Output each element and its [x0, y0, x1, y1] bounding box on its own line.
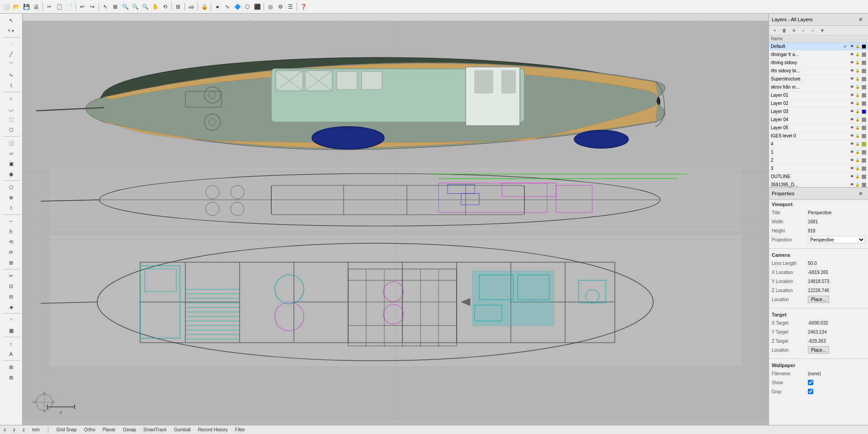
layer-lock-icon[interactable]: 🔓 — [855, 158, 860, 163]
status-gumball[interactable]: Gumball — [174, 427, 190, 432]
layer-eye-icon[interactable]: 👁 — [849, 60, 855, 66]
layer-color-swatch[interactable] — [862, 109, 866, 114]
tool-rotate[interactable]: ⟲ — [3, 237, 20, 247]
top-toolbar[interactable]: ⬜ 📂 💾 🖨 ✂ 📋 📄 ↩ ↪ ↖ ⊠ 🔍 🔍 🔍 ✋ ⟲ ⊞ 🏎 🔒 ● … — [0, 0, 868, 14]
tool-split[interactable]: ⊡ — [3, 281, 20, 291]
toolbar-undo[interactable]: ↩ — [78, 2, 87, 11]
toolbar-open[interactable]: 📂 — [12, 2, 21, 11]
toolbar-lock[interactable]: 🔒 — [200, 2, 209, 11]
layer-lock-icon[interactable]: 🔓 — [855, 109, 860, 114]
layer-eye-icon[interactable]: 👁 — [849, 142, 855, 147]
toolbar-render[interactable]: 🏎 — [187, 2, 196, 11]
status-filter[interactable]: Filter — [235, 427, 245, 432]
tool-scale[interactable]: ⟳ — [3, 247, 20, 257]
tool-move[interactable]: ↔ — [3, 216, 20, 226]
toolbar-save[interactable]: 💾 — [22, 2, 31, 11]
status-gridsnap[interactable]: Grid Snap — [57, 427, 77, 432]
layer-row[interactable]: Superstructure👁🔓 — [769, 75, 868, 83]
layer-row[interactable]: 1👁🔓 — [769, 148, 868, 156]
toolbar-osnap[interactable]: ◎ — [266, 2, 275, 11]
layer-row[interactable]: 3591395_D...👁🔓 — [769, 181, 868, 187]
layer-lock-icon[interactable]: 🔓 — [855, 68, 860, 74]
toolbar-viewport-layout[interactable]: ⊞ — [174, 2, 183, 11]
layers-next-btn[interactable]: › — [809, 27, 817, 34]
layer-lock-icon[interactable]: 🔓 — [855, 166, 860, 171]
layer-color-swatch[interactable] — [862, 93, 866, 98]
layer-row[interactable]: skrov från m...👁🔓 — [769, 83, 868, 91]
layer-eye-icon[interactable]: 👁 — [849, 52, 855, 57]
layer-eye-icon[interactable]: 👁 — [849, 68, 855, 74]
toolbar-layer[interactable]: ☰ — [286, 2, 295, 11]
layer-eye-icon[interactable]: 👁 — [849, 158, 855, 163]
layer-row[interactable]: 2👁🔓 — [769, 156, 868, 165]
layer-color-swatch[interactable] — [862, 126, 866, 130]
tool-mirror[interactable]: ⊞ — [3, 258, 20, 268]
tool-dimension[interactable]: ↕ — [3, 339, 20, 349]
layers-filter-btn[interactable]: ▼ — [818, 27, 826, 34]
tool-named-view[interactable]: ⊞ — [3, 362, 20, 372]
tool-select-objects[interactable]: ↖ — [3, 15, 20, 25]
prop-show-checkbox[interactable] — [808, 380, 813, 385]
tool-arc[interactable]: ◡ — [3, 104, 20, 114]
layers-toolbar[interactable]: + 🗑 ✕ ‹ › ▼ — [769, 26, 868, 35]
layer-eye-icon[interactable]: 👁 — [849, 109, 855, 114]
toolbar-zoom-in[interactable]: 🔍 — [131, 2, 140, 11]
tool-revolve[interactable]: ◉ — [3, 169, 20, 179]
toolbar-pan[interactable]: ✋ — [151, 2, 160, 11]
toolbar-print[interactable]: 🖨 — [32, 2, 41, 11]
toolbar-cut[interactable]: ✂ — [45, 2, 54, 11]
layer-lock-icon[interactable]: 🔓 — [855, 174, 860, 179]
tool-point[interactable]: · — [3, 39, 20, 49]
tool-freeform-curve[interactable]: ⌇ — [3, 80, 20, 90]
prop-gray-checkbox[interactable] — [808, 389, 813, 394]
layer-row[interactable]: OUTLINE👁🔓 — [769, 173, 868, 181]
tool-circle[interactable]: ○ — [3, 94, 20, 104]
tool-extrude[interactable]: ▣ — [3, 159, 20, 169]
tool-polygon[interactable]: ⬡ — [3, 125, 20, 135]
layer-eye-icon[interactable]: 👁 — [849, 166, 855, 171]
toolbar-select[interactable]: ↖ — [101, 2, 110, 11]
layer-color-swatch[interactable] — [862, 134, 866, 138]
tool-trim[interactable]: ✂ — [3, 271, 20, 281]
toolbar-gumball[interactable]: ⚙ — [276, 2, 285, 11]
layers-prev-btn[interactable]: ‹ — [799, 27, 807, 34]
toolbar-mesh[interactable]: ⬡ — [243, 2, 252, 11]
layer-eye-icon[interactable]: 👁 — [849, 133, 855, 139]
layer-color-swatch[interactable] — [862, 166, 866, 171]
tool-explode[interactable]: ◈ — [3, 302, 20, 312]
layer-color-swatch[interactable] — [862, 175, 866, 179]
toolbar-curve[interactable]: ∿ — [223, 2, 232, 11]
toolbar-new[interactable]: ⬜ — [2, 2, 11, 11]
tool-loft[interactable]: ▱ — [3, 148, 20, 158]
layer-row[interactable]: rltn sidovy br...👁🔓 — [769, 67, 868, 75]
prop-projection-select[interactable]: Perspective — [808, 236, 865, 243]
viewport-canvas[interactable]: N E S W 0 — [23, 14, 769, 420]
layer-eye-icon[interactable]: 👁 — [849, 150, 855, 155]
tool-sphere[interactable]: ⊕ — [3, 193, 20, 203]
layer-lock-icon[interactable]: 🔓 — [855, 85, 860, 90]
layer-row[interactable]: Layer 03👁🔓 — [769, 108, 868, 116]
prop-cam-location-btn[interactable]: Place... — [808, 296, 829, 303]
layers-up-btn[interactable]: ✕ — [790, 27, 798, 34]
layer-color-swatch[interactable] — [862, 118, 866, 122]
layer-lock-icon[interactable]: 🔓 — [855, 76, 860, 82]
layer-row[interactable]: Layer 05👁🔓 — [769, 124, 868, 132]
tool-fillet[interactable]: ◜ — [3, 315, 20, 325]
status-ortho[interactable]: Ortho — [84, 427, 95, 432]
layers-new-btn[interactable]: + — [771, 27, 779, 34]
status-osnap[interactable]: Osnap — [123, 427, 136, 432]
layer-eye-icon[interactable]: 👁 — [849, 85, 855, 90]
layer-lock-icon[interactable]: 🔓 — [855, 117, 860, 123]
layer-color-swatch[interactable] — [862, 150, 866, 155]
layer-lock-icon[interactable]: 🔓 — [855, 133, 860, 139]
layer-color-swatch[interactable] — [862, 69, 866, 73]
tool-curve[interactable]: ∿ — [3, 70, 20, 80]
layer-lock-icon[interactable]: 🔓 — [855, 52, 860, 57]
layer-color-swatch[interactable] — [862, 52, 866, 57]
layer-eye-icon[interactable]: 👁 — [849, 117, 855, 123]
properties-expand-icon[interactable]: ⊞ — [856, 189, 865, 198]
tool-polyline[interactable]: ⌒ — [3, 60, 20, 70]
layer-lock-icon[interactable]: 🔓 — [855, 125, 860, 131]
status-smarttrack[interactable]: SmartTrack — [143, 427, 166, 432]
layer-color-swatch[interactable] — [862, 101, 866, 106]
